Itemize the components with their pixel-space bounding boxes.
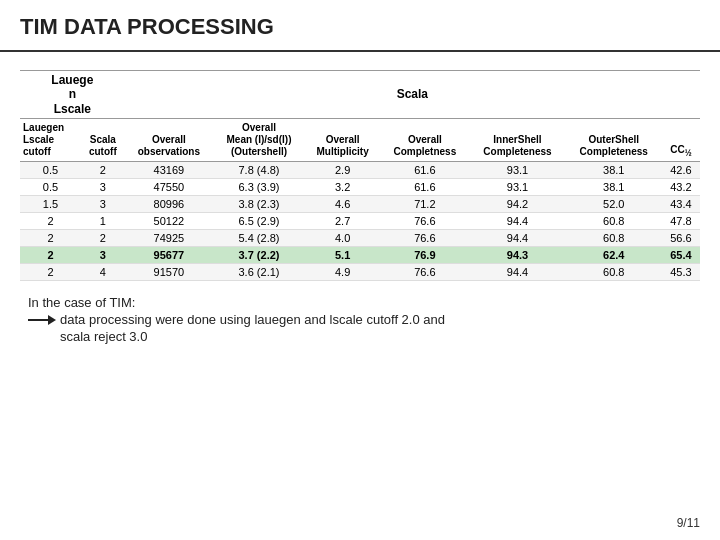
cell-3-6: 94.4: [469, 213, 565, 230]
scala-header: Scala: [125, 71, 700, 119]
cell-0-3: 7.8 (4.8): [213, 162, 305, 179]
cell-2-2: 80996: [125, 196, 213, 213]
note-line2: data processing were done using lauegen …: [60, 312, 445, 327]
cell-4-4: 4.0: [305, 230, 380, 247]
table-row: 0.52431697.8 (4.8)2.961.693.138.142.6: [20, 162, 700, 179]
table-row: 0.53475506.3 (3.9)3.261.693.138.143.2: [20, 179, 700, 196]
cell-1-1: 3: [81, 179, 125, 196]
page-title: TIM DATA PROCESSING: [0, 0, 720, 52]
cell-3-8: 47.8: [662, 213, 700, 230]
col-outershell: OuterShellCompleteness: [566, 119, 662, 162]
cell-1-6: 93.1: [469, 179, 565, 196]
cell-2-5: 71.2: [380, 196, 469, 213]
cell-5-5: 76.9: [380, 247, 469, 264]
cell-1-5: 61.6: [380, 179, 469, 196]
cell-4-1: 2: [81, 230, 125, 247]
cell-6-6: 94.4: [469, 264, 565, 281]
cell-0-8: 42.6: [662, 162, 700, 179]
cell-6-8: 45.3: [662, 264, 700, 281]
cell-4-8: 56.6: [662, 230, 700, 247]
cell-6-5: 76.6: [380, 264, 469, 281]
cell-3-5: 76.6: [380, 213, 469, 230]
cell-1-4: 3.2: [305, 179, 380, 196]
cell-3-0: 2: [20, 213, 81, 230]
cell-1-3: 6.3 (3.9): [213, 179, 305, 196]
cell-1-7: 38.1: [566, 179, 662, 196]
note-line1: In the case of TIM:: [28, 295, 135, 310]
cell-6-3: 3.6 (2.1): [213, 264, 305, 281]
lauege-lscale-header: LauegenLscale: [20, 71, 125, 119]
col-lauegen: LauegenLscalecutoff: [20, 119, 81, 162]
cell-5-7: 62.4: [566, 247, 662, 264]
cell-1-8: 43.2: [662, 179, 700, 196]
cell-2-4: 4.6: [305, 196, 380, 213]
table-row: 21501226.5 (2.9)2.776.694.460.847.8: [20, 213, 700, 230]
cell-4-5: 76.6: [380, 230, 469, 247]
table-row: 1.53809963.8 (2.3)4.671.294.252.043.4: [20, 196, 700, 213]
cell-4-2: 74925: [125, 230, 213, 247]
cell-5-4: 5.1: [305, 247, 380, 264]
col-mean: OverallMean (I)/sd(I))(Outershell): [213, 119, 305, 162]
cell-0-5: 61.6: [380, 162, 469, 179]
cell-1-2: 47550: [125, 179, 213, 196]
cell-2-7: 52.0: [566, 196, 662, 213]
table-row: 24915703.6 (2.1)4.976.694.460.845.3: [20, 264, 700, 281]
cell-6-1: 4: [81, 264, 125, 281]
cell-2-8: 43.4: [662, 196, 700, 213]
cell-0-1: 2: [81, 162, 125, 179]
cell-6-2: 91570: [125, 264, 213, 281]
cell-2-1: 3: [81, 196, 125, 213]
cell-0-4: 2.9: [305, 162, 380, 179]
data-table: LauegenLscale Scala LauegenLscalecutoff …: [20, 70, 700, 281]
cell-4-6: 94.4: [469, 230, 565, 247]
cell-2-6: 94.2: [469, 196, 565, 213]
cell-0-7: 38.1: [566, 162, 662, 179]
col-completeness: OverallCompletness: [380, 119, 469, 162]
cell-2-0: 1.5: [20, 196, 81, 213]
table-row: 23956773.7 (2.2)5.176.994.362.465.4: [20, 247, 700, 264]
col-observations: Overallobservations: [125, 119, 213, 162]
cell-4-7: 60.8: [566, 230, 662, 247]
col-cc-half: CC½: [662, 119, 700, 162]
table-row: 22749255.4 (2.8)4.076.694.460.856.6: [20, 230, 700, 247]
col-innershell: InnerShellCompleteness: [469, 119, 565, 162]
note-section: In the case of TIM: data processing were…: [20, 295, 700, 344]
cell-5-3: 3.7 (2.2): [213, 247, 305, 264]
cell-0-2: 43169: [125, 162, 213, 179]
cell-6-4: 4.9: [305, 264, 380, 281]
cell-5-1: 3: [81, 247, 125, 264]
cell-4-3: 5.4 (2.8): [213, 230, 305, 247]
cell-3-4: 2.7: [305, 213, 380, 230]
cell-5-0: 2: [20, 247, 81, 264]
page-number: 9/11: [677, 516, 700, 530]
arrow-icon: [28, 313, 56, 327]
cell-3-1: 1: [81, 213, 125, 230]
cell-5-8: 65.4: [662, 247, 700, 264]
cell-2-3: 3.8 (2.3): [213, 196, 305, 213]
cell-0-0: 0.5: [20, 162, 81, 179]
cell-0-6: 93.1: [469, 162, 565, 179]
cell-5-6: 94.3: [469, 247, 565, 264]
cell-5-2: 95677: [125, 247, 213, 264]
cell-3-3: 6.5 (2.9): [213, 213, 305, 230]
col-multiplicity: OverallMultiplicity: [305, 119, 380, 162]
cell-4-0: 2: [20, 230, 81, 247]
col-scala-cutoff: Scalacutoff: [81, 119, 125, 162]
cell-3-7: 60.8: [566, 213, 662, 230]
cell-6-7: 60.8: [566, 264, 662, 281]
cell-3-2: 50122: [125, 213, 213, 230]
cell-1-0: 0.5: [20, 179, 81, 196]
cell-6-0: 2: [20, 264, 81, 281]
note-line3: scala reject 3.0: [60, 329, 147, 344]
